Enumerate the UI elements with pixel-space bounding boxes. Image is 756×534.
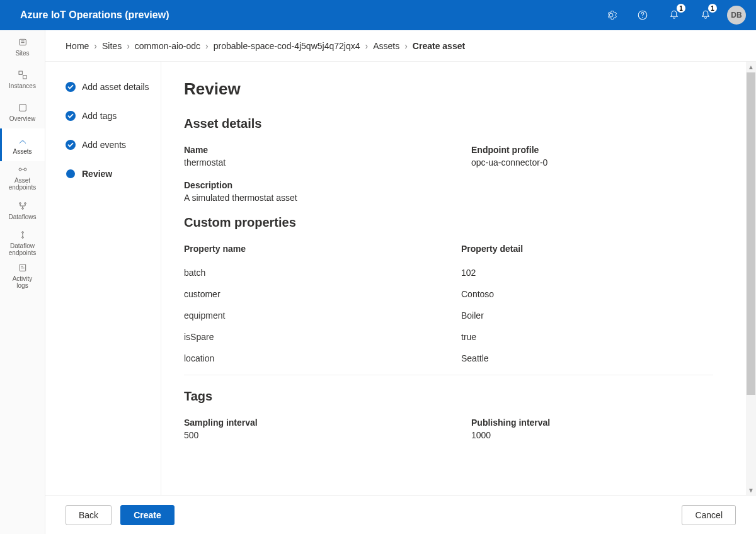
table-row: batch102 — [184, 268, 713, 278]
check-icon — [66, 140, 76, 150]
publishing-value: 1000 — [471, 430, 733, 440]
create-button[interactable]: Create — [120, 505, 175, 525]
ringer-icon-1[interactable]: 1 — [664, 5, 684, 25]
review-content: Review Asset details Name thermostat End… — [161, 62, 756, 495]
nav-asset-endpoints-label: Asset endpoints — [9, 177, 36, 191]
svg-rect-3 — [19, 71, 22, 74]
step-review[interactable]: Review — [66, 169, 149, 179]
prop-detail-header: Property detail — [461, 244, 713, 254]
endpoint-profile-label: Endpoint profile — [471, 145, 733, 155]
nav-dataflow-endpoints-label: Dataflow endpoints — [9, 242, 36, 256]
crumb-assets[interactable]: Assets — [373, 41, 399, 51]
wizard-footer: Back Create Cancel — [45, 495, 756, 534]
svg-point-9 — [24, 202, 26, 204]
svg-point-10 — [21, 207, 23, 209]
overview-icon — [18, 103, 28, 113]
scrollbar[interactable]: ▲ ▼ — [746, 62, 756, 495]
side-nav: Sites Instances Overview Assets Asset en… — [0, 30, 45, 534]
svg-rect-4 — [23, 75, 26, 78]
table-row: equipmentBoiler — [184, 310, 713, 321]
nav-sites[interactable]: Sites — [0, 30, 45, 63]
back-button[interactable]: Back — [66, 505, 112, 525]
check-icon — [66, 82, 76, 92]
breadcrumb: Home› Sites› common-aio-odc› probable-sp… — [45, 30, 756, 62]
check-icon — [66, 111, 76, 121]
top-bar: Azure IoT Operations (preview) 1 1 DB — [0, 0, 756, 30]
notif-badge-1: 1 — [677, 4, 685, 13]
nav-overview[interactable]: Overview — [0, 96, 45, 128]
cancel-button[interactable]: Cancel — [682, 505, 736, 525]
nav-assets-label: Assets — [13, 148, 32, 155]
svg-point-6 — [19, 168, 21, 171]
nav-sites-label: Sites — [15, 50, 29, 57]
name-label: Name — [184, 145, 446, 155]
activity-logs-icon — [18, 263, 28, 273]
svg-point-11 — [21, 232, 23, 234]
assets-icon — [18, 135, 28, 145]
svg-point-12 — [21, 237, 23, 239]
svg-rect-2 — [19, 39, 26, 45]
scroll-up-icon[interactable]: ▲ — [746, 62, 756, 72]
step-label: Add asset details — [82, 82, 149, 92]
crumb-current: Create asset — [413, 41, 465, 51]
nav-instances[interactable]: Instances — [0, 63, 45, 96]
dataflow-endpoints-icon — [18, 230, 28, 240]
nav-activity-logs-label: Activity logs — [13, 275, 33, 289]
name-value: thermostat — [184, 157, 446, 168]
table-row: isSparetrue — [184, 332, 713, 342]
table-row: locationSeattle — [184, 353, 713, 363]
svg-point-1 — [642, 17, 643, 18]
custom-props-heading: Custom properties — [184, 215, 733, 230]
settings-gear-icon[interactable] — [601, 5, 621, 25]
instances-icon — [18, 70, 28, 80]
crumb-site[interactable]: common-aio-odc — [135, 41, 200, 51]
svg-rect-13 — [20, 264, 25, 271]
scroll-thumb[interactable] — [747, 72, 755, 395]
nav-overview-label: Overview — [9, 115, 36, 122]
table-row: customerContoso — [184, 289, 713, 299]
description-label: Description — [184, 180, 733, 190]
wizard-steps: Add asset details Add tags Add events Re… — [45, 62, 161, 495]
divider — [184, 375, 713, 375]
step-label: Add events — [82, 140, 126, 150]
asset-endpoints-icon — [18, 164, 28, 174]
nav-instances-label: Instances — [9, 82, 36, 89]
step-add-events[interactable]: Add events — [66, 140, 149, 150]
dataflows-icon — [18, 201, 28, 211]
dot-icon — [66, 169, 76, 179]
crumb-instance[interactable]: probable-space-cod-4j5qw5j4q72jqx4 — [214, 41, 360, 51]
sampling-label: Sampling interval — [184, 418, 446, 428]
crumb-sites[interactable]: Sites — [102, 41, 122, 51]
prop-name-header: Property name — [184, 244, 436, 254]
step-asset-details[interactable]: Add asset details — [66, 82, 149, 92]
asset-details-heading: Asset details — [184, 116, 733, 131]
sampling-value: 500 — [184, 430, 446, 440]
scroll-down-icon[interactable]: ▼ — [746, 485, 756, 495]
crumb-home[interactable]: Home — [66, 41, 89, 51]
sites-icon — [18, 37, 28, 47]
top-actions: 1 1 DB — [601, 5, 746, 25]
nav-asset-endpoints[interactable]: Asset endpoints — [0, 161, 45, 194]
description-value: A simulated thermostat asset — [184, 193, 733, 203]
step-add-tags[interactable]: Add tags — [66, 111, 149, 121]
nav-dataflows-label: Dataflows — [9, 213, 37, 220]
help-icon[interactable] — [633, 5, 653, 25]
svg-rect-5 — [19, 104, 26, 111]
nav-activity-logs[interactable]: Activity logs — [0, 259, 45, 292]
publishing-label: Publishing interval — [471, 418, 733, 428]
nav-assets[interactable]: Assets — [0, 128, 45, 161]
endpoint-profile-value: opc-ua-connector-0 — [471, 157, 733, 168]
tags-heading: Tags — [184, 389, 733, 404]
page-title: Review — [184, 79, 733, 99]
app-title: Azure IoT Operations (preview) — [20, 9, 169, 21]
svg-point-17 — [66, 169, 75, 178]
ringer-icon-2[interactable]: 1 — [696, 5, 716, 25]
nav-dataflow-endpoints[interactable]: Dataflow endpoints — [0, 227, 45, 259]
notif-badge-2: 1 — [708, 4, 717, 13]
svg-point-7 — [24, 168, 26, 171]
custom-props-table: Property name Property detail batch102 c… — [184, 244, 713, 363]
step-label: Review — [82, 169, 112, 179]
step-label: Add tags — [82, 111, 117, 121]
nav-dataflows[interactable]: Dataflows — [0, 194, 45, 227]
user-avatar[interactable]: DB — [727, 6, 746, 25]
